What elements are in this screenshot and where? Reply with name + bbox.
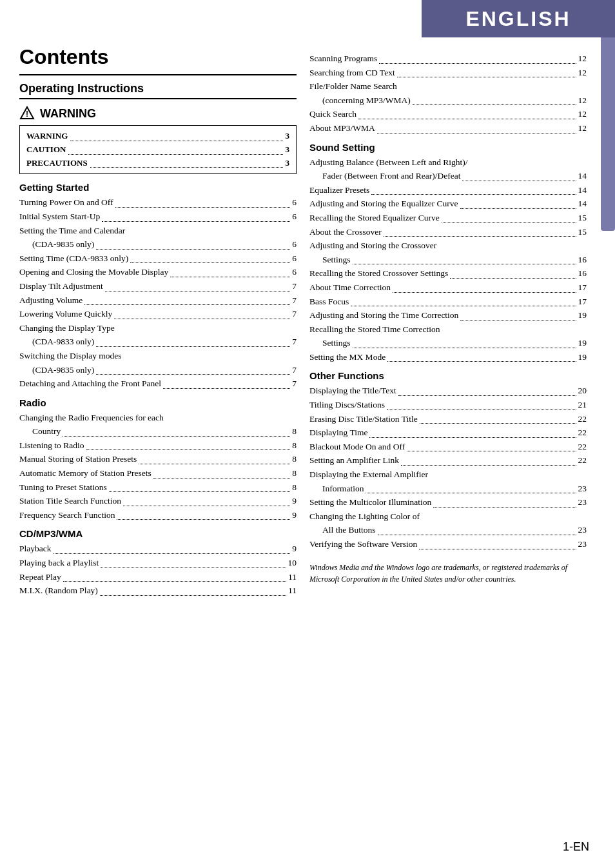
warning-toc-precautions: PRECAUTIONS 3 bbox=[26, 157, 289, 170]
list-item: (CDA-9835 only) 6 bbox=[19, 237, 297, 252]
list-item: Country 8 bbox=[19, 424, 297, 439]
list-item: M.I.X. (Random Play) 11 bbox=[19, 584, 297, 598]
list-item: Listening to Radio 8 bbox=[19, 439, 297, 453]
page-suffix: -EN bbox=[569, 840, 589, 853]
list-item: Setting Time (CDA-9833 only) 6 bbox=[19, 252, 297, 266]
page-title: Contents bbox=[19, 45, 297, 69]
list-item: Information 23 bbox=[309, 482, 587, 496]
list-item: About MP3/WMA 12 bbox=[309, 121, 587, 135]
list-item: (CDA-9835 only) 7 bbox=[19, 363, 297, 377]
list-item: Changing the Display Type bbox=[19, 321, 297, 335]
precautions-dots bbox=[90, 157, 283, 168]
list-item: Verifying the Software Version 23 bbox=[309, 537, 587, 551]
list-item: Setting the MX Mode 19 bbox=[309, 350, 587, 364]
list-item: Settings 16 bbox=[309, 253, 587, 267]
warning-label: WARNING bbox=[40, 107, 96, 121]
radio-items: Changing the Radio Frequencies for each … bbox=[19, 411, 297, 522]
list-item: Setting the Multicolor Illumination 23 bbox=[309, 495, 587, 509]
radio-title: Radio bbox=[19, 397, 297, 408]
other-functions-title: Other Functions bbox=[309, 370, 587, 381]
list-item: Changing the Lighting Color of bbox=[309, 509, 587, 524]
warning-toc-block: WARNING 3 CAUTION 3 PRECAUTIONS 3 bbox=[19, 125, 297, 174]
list-item: Turning Power On and Off 6 bbox=[19, 195, 297, 210]
list-item: Displaying the External Amplifier bbox=[309, 468, 587, 482]
left-column: Contents Operating Instructions ! WARNIN… bbox=[19, 45, 297, 598]
list-item: Settings 19 bbox=[309, 336, 587, 350]
list-item: Erasing Disc Title/Station Title 22 bbox=[309, 412, 587, 426]
list-item: Recalling the Stored Crossover Settings … bbox=[309, 266, 587, 281]
page-number: 1-EN bbox=[563, 834, 589, 855]
list-item: Scanning Programs 12 bbox=[309, 52, 587, 66]
list-item: Adjusting and Storing the Equalizer Curv… bbox=[309, 197, 587, 211]
getting-started-title: Getting Started bbox=[19, 182, 297, 193]
list-item: Bass Focus 17 bbox=[309, 295, 587, 309]
list-item: Manual Storing of Station Presets 8 bbox=[19, 452, 297, 466]
list-item: File/Folder Name Search bbox=[309, 79, 587, 94]
getting-started-items: Turning Power On and Off 6 Initial Syste… bbox=[19, 195, 297, 390]
list-item: Tuning to Preset Stations 8 bbox=[19, 480, 297, 495]
list-item: Recalling the Stored Equalizer Curve 15 bbox=[309, 211, 587, 225]
list-item: Playback 9 bbox=[19, 542, 297, 556]
list-item: Automatic Memory of Station Presets 8 bbox=[19, 466, 297, 480]
warning-icon: ! bbox=[19, 106, 35, 121]
list-item: Detaching and Attaching the Front Panel … bbox=[19, 377, 297, 391]
sound-setting-title: Sound Setting bbox=[309, 142, 587, 153]
svg-text:!: ! bbox=[26, 110, 28, 119]
list-item: Initial System Start-Up 6 bbox=[19, 210, 297, 224]
list-item: Recalling the Stored Time Correction bbox=[309, 322, 587, 337]
cd-title: CD/MP3/WMA bbox=[19, 528, 297, 539]
list-item: Blackout Mode On and Off 22 bbox=[309, 440, 587, 454]
list-item: Repeat Play 11 bbox=[19, 570, 297, 584]
sound-setting-items: Adjusting Balance (Between Left and Righ… bbox=[309, 155, 587, 364]
list-item: Equalizer Presets 14 bbox=[309, 183, 587, 197]
precautions-label-text: PRECAUTIONS bbox=[26, 157, 88, 170]
list-item: Displaying Time 22 bbox=[309, 426, 587, 440]
right-column: Scanning Programs 12 Searching from CD T… bbox=[309, 45, 587, 598]
list-item: Opening and Closing the Movable Display … bbox=[19, 265, 297, 279]
list-item: (concerning MP3/WMA) 12 bbox=[309, 94, 587, 108]
list-item: About Time Correction 17 bbox=[309, 281, 587, 295]
list-item: Titling Discs/Stations 21 bbox=[309, 398, 587, 412]
list-item: (CDA-9833 only) 7 bbox=[19, 335, 297, 349]
right-tab bbox=[601, 37, 615, 231]
warning-label-text: WARNING bbox=[26, 130, 68, 143]
caution-dots bbox=[68, 143, 282, 155]
list-item: Station Title Search Function 9 bbox=[19, 494, 297, 508]
title-divider bbox=[19, 74, 297, 75]
cd-continued-items: Scanning Programs 12 Searching from CD T… bbox=[309, 52, 587, 135]
list-item: Adjusting Volume 7 bbox=[19, 293, 297, 308]
list-item: About the Crossover 15 bbox=[309, 225, 587, 239]
warning-header: ! WARNING bbox=[19, 106, 297, 121]
caution-label-text: CAUTION bbox=[26, 143, 66, 157]
cd-items: Playback 9 Playing back a Playlist 10 Re… bbox=[19, 542, 297, 597]
list-item: Searching from CD Text 12 bbox=[309, 66, 587, 80]
list-item: Setting the Time and Calendar bbox=[19, 224, 297, 238]
list-item: Changing the Radio Frequencies for each bbox=[19, 411, 297, 425]
footer-note: Windows Media and the Windows logo are t… bbox=[309, 562, 587, 585]
list-item: Display Tilt Adjustment 7 bbox=[19, 279, 297, 293]
list-item: Displaying the Title/Text 20 bbox=[309, 384, 587, 398]
other-functions-items: Displaying the Title/Text 20 Titling Dis… bbox=[309, 384, 587, 551]
warning-dots bbox=[70, 130, 282, 141]
list-item: Lowering Volume Quickly 7 bbox=[19, 307, 297, 321]
list-item: Frequency Search Function 9 bbox=[19, 508, 297, 522]
list-item: Fader (Between Front and Rear)/Defeat 14 bbox=[309, 169, 587, 183]
list-item: Setting an Amplifier Link 22 bbox=[309, 453, 587, 468]
page-content: Contents Operating Instructions ! WARNIN… bbox=[0, 0, 615, 617]
header-language: ENGLISH bbox=[465, 7, 571, 31]
header-bar: ENGLISH bbox=[422, 0, 615, 37]
list-item: All the Buttons 23 bbox=[309, 523, 587, 537]
oi-divider bbox=[19, 98, 297, 99]
list-item: Quick Search 12 bbox=[309, 107, 587, 121]
list-item: Adjusting Balance (Between Left and Righ… bbox=[309, 155, 587, 170]
operating-instructions-title: Operating Instructions bbox=[19, 82, 297, 95]
warning-toc-caution: CAUTION 3 bbox=[26, 143, 289, 157]
list-item: Adjusting and Storing the Crossover bbox=[309, 239, 587, 253]
list-item: Adjusting and Storing the Time Correctio… bbox=[309, 308, 587, 322]
warning-toc-warning: WARNING 3 bbox=[26, 130, 289, 143]
list-item: Playing back a Playlist 10 bbox=[19, 556, 297, 570]
list-item: Switching the Display modes bbox=[19, 349, 297, 363]
